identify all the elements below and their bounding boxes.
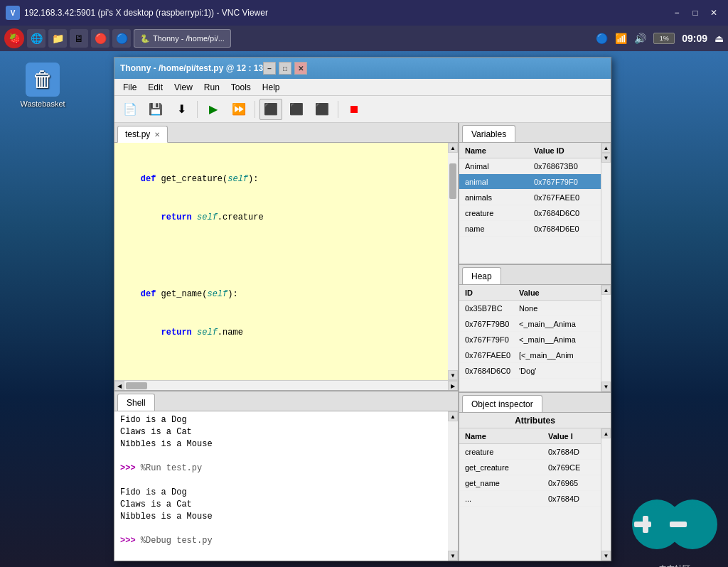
- code-line-2: return self.creature: [120, 211, 442, 224]
- raspberry-pi-menu-icon[interactable]: 🍓: [4, 28, 24, 48]
- shell-line-12: [120, 547, 442, 559]
- left-panel: test.py ✕ def get_creature(self): return…: [114, 123, 458, 561]
- wastebasket-image: 🗑: [26, 63, 60, 97]
- rpi-browser-icon[interactable]: 🌐: [27, 29, 46, 48]
- menu-file[interactable]: File: [117, 81, 142, 94]
- scroll-left-arrow[interactable]: ◀: [114, 381, 124, 391]
- menu-run[interactable]: Run: [198, 81, 225, 94]
- toolbar-stop-button[interactable]: ⏹: [343, 99, 365, 120]
- editor-vscrollbar[interactable]: ▲ ▼: [448, 143, 458, 380]
- rpi-terminal-icon[interactable]: 🖥: [70, 29, 88, 48]
- shell-tabs: Shell: [114, 392, 458, 411]
- wastebasket-icon[interactable]: 🗑 Wastebasket: [18, 63, 68, 108]
- menu-view[interactable]: View: [168, 81, 198, 94]
- variables-panel: Variables Name Value ID: [459, 123, 611, 265]
- rpi-active-app-button[interactable]: 🐍 Thonny - /home/pi/...: [134, 29, 231, 48]
- heap-vscrollbar[interactable]: ▲ ▼: [601, 285, 611, 392]
- editor-hscrollbar[interactable]: ◀ ▶: [114, 380, 458, 390]
- code-line-6: [120, 364, 442, 377]
- toolbar-new-button[interactable]: 📄: [119, 99, 141, 120]
- eject-icon: ⏏: [714, 33, 724, 44]
- inspector-tabs: Object inspector: [459, 393, 611, 413]
- content-area: test.py ✕ def get_creature(self): return…: [114, 123, 611, 561]
- heap-row-5[interactable]: 0x7684D6C0 'Dog': [459, 363, 601, 379]
- toolbar-separator-1: [197, 101, 198, 118]
- scroll-track[interactable]: [124, 381, 448, 390]
- scroll-thumb[interactable]: [126, 382, 147, 389]
- menubar: File Edit View Run Tools Help: [114, 79, 611, 96]
- var-row-animal-class[interactable]: Animal 0x768673B0: [459, 158, 601, 174]
- shell-vscrollbar[interactable]: ▲ ▼: [448, 411, 458, 561]
- battery-indicator: 1%: [653, 33, 675, 44]
- arduino-logo: 中文社区: [628, 489, 721, 560]
- heap-rows: 0x35B7BC None 0x767F79B0 <_main__Anima 0…: [459, 301, 601, 392]
- bluetooth-icon: 🔵: [596, 33, 608, 44]
- rpi-taskbar: 🍓 🌐 📁 🖥 🔴 🔵 🐍 Thonny - /home/pi/... 🔵 📶 …: [0, 26, 728, 51]
- window-title: Thonny - /home/pi/test.py @ 12 : 13: [120, 63, 263, 73]
- heap-row-2[interactable]: 0x767F79B0 <_main__Anima: [459, 316, 601, 332]
- shell-line-6: [120, 475, 442, 487]
- inspector-rows: creature 0x7684D get_creature 0x769CE ge…: [459, 444, 601, 561]
- thonny-icon: 🐍: [140, 34, 150, 43]
- var-row-animals[interactable]: animals 0x767FAEE0: [459, 190, 601, 205]
- inspector-vscrollbar[interactable]: ▲ ▼: [601, 428, 611, 561]
- scroll-right-arrow[interactable]: ▶: [448, 381, 458, 391]
- toolbar-open-button[interactable]: 💾: [144, 99, 167, 120]
- vnc-maximize-button[interactable]: □: [687, 4, 704, 21]
- var-row-name[interactable]: name 0x7684D6E0: [459, 221, 601, 237]
- toolbar-step-into-button[interactable]: ⬛: [285, 99, 308, 120]
- toolbar-save-button[interactable]: ⬇: [170, 99, 193, 120]
- window-close-button[interactable]: ✕: [294, 62, 307, 75]
- editor-tabs: test.py ✕: [114, 123, 458, 143]
- toolbar-separator-2: [255, 101, 255, 118]
- shell-output[interactable]: Fido is a Dog Claws is a Cat Nibbles is …: [114, 411, 448, 561]
- heap-header: ID Value: [459, 285, 601, 301]
- insp-row-get-name[interactable]: get_name 0x76965: [459, 475, 601, 491]
- insp-row-get-creature[interactable]: get_creature 0x769CE: [459, 460, 601, 475]
- toolbar-run-button[interactable]: ▶: [202, 99, 225, 120]
- inspector-tab[interactable]: Object inspector: [462, 395, 542, 412]
- shell-line-13: Fido is a Dog: [120, 559, 442, 561]
- shell-line-4: [120, 450, 442, 463]
- code-line-1: def get_creature(self):: [120, 173, 442, 185]
- window-maximize-button[interactable]: □: [279, 62, 291, 75]
- rpi-files-icon[interactable]: 📁: [48, 29, 67, 48]
- variables-vscrollbar[interactable]: ▲ ▼: [601, 143, 611, 264]
- heap-row-1[interactable]: 0x35B7BC None: [459, 301, 601, 316]
- insp-row-more[interactable]: ... 0x7684D: [459, 491, 601, 507]
- toolbar-debug-button[interactable]: ⏩: [228, 99, 250, 120]
- rpi-thonny-icon[interactable]: 🔴: [91, 29, 109, 48]
- shell-tab[interactable]: Shell: [117, 394, 155, 411]
- shell-line-2: Claws is a Cat: [120, 426, 442, 438]
- heap-tab[interactable]: Heap: [462, 267, 501, 284]
- shell-line-11: >>> %Debug test.py: [120, 535, 442, 547]
- variables-tab[interactable]: Variables: [462, 125, 515, 142]
- heap-row-3[interactable]: 0x767F79F0 <_main__Anima: [459, 332, 601, 347]
- variables-tabs: Variables: [459, 123, 611, 143]
- toolbar-step-out-button[interactable]: ⬛: [311, 99, 333, 120]
- vnc-icon-label: V: [11, 9, 16, 17]
- vnc-close-button[interactable]: ✕: [705, 4, 722, 21]
- insp-row-creature[interactable]: creature 0x7684D: [459, 444, 601, 460]
- heap-row-4[interactable]: 0x767FAEE0 [<_main__Anim: [459, 347, 601, 363]
- code-scroll-area[interactable]: def get_creature(self): return self.crea…: [114, 143, 448, 380]
- inspector-attrs-header: Attributes: [459, 413, 611, 428]
- code-editor: def get_creature(self): return self.crea…: [114, 143, 458, 380]
- active-app-label: Thonny - /home/pi/...: [153, 34, 225, 43]
- vnc-minimize-button[interactable]: −: [668, 4, 685, 21]
- shell-content: Fido is a Dog Claws is a Cat Nibbles is …: [114, 411, 458, 561]
- window-minimize-button[interactable]: −: [263, 62, 276, 75]
- vnc-title-text: 192.168.3.42:5901 (pi's X desktop (raspb…: [24, 8, 268, 18]
- editor-tab-testpy[interactable]: test.py ✕: [117, 126, 168, 143]
- toolbar-step-over-button[interactable]: ⬛: [259, 99, 282, 120]
- menu-tools[interactable]: Tools: [225, 81, 257, 94]
- editor-tab-label: test.py: [125, 129, 150, 139]
- menu-help[interactable]: Help: [257, 81, 286, 94]
- taskbar-time: 09:09: [682, 33, 707, 44]
- shell-line-3: Nibbles is a Mouse: [120, 438, 442, 450]
- rpi-extra-icon[interactable]: 🔵: [112, 29, 131, 48]
- var-row-animal[interactable]: animal 0x767F79F0: [459, 174, 601, 190]
- var-row-creature[interactable]: creature 0x7684D6C0: [459, 205, 601, 221]
- editor-tab-close[interactable]: ✕: [154, 131, 160, 139]
- menu-edit[interactable]: Edit: [142, 81, 168, 94]
